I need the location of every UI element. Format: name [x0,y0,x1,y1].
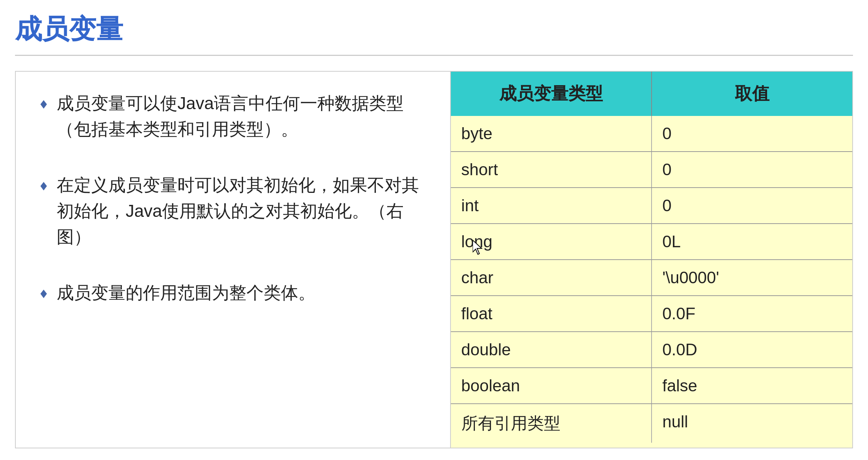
table-row: byte 0 [451,116,852,152]
table-cell-type: double [451,332,652,367]
table-row: double 0.0D [451,332,852,368]
bullet-text-2: 在定义成员变量时可以对其初始化，如果不对其初始化，Java使用默认的之对其初始化… [57,172,428,250]
page-title: 成员变量 [15,11,853,56]
table-header-col2: 取值 [652,72,852,116]
table-cell-type: char [451,260,652,295]
page-container: 成员变量 ⬧ 成员变量可以使Java语言中任何一种数据类型（包括基本类型和引用类… [0,0,868,460]
bullet-text-1: 成员变量可以使Java语言中任何一种数据类型（包括基本类型和引用类型）。 [57,90,428,142]
bullet-item-1: ⬧ 成员变量可以使Java语言中任何一种数据类型（包括基本类型和引用类型）。 [38,90,428,142]
content-area: ⬧ 成员变量可以使Java语言中任何一种数据类型（包括基本类型和引用类型）。 ⬧… [15,71,853,448]
table-cell-type: byte [451,116,652,151]
table-cell-value: 0.0D [652,332,852,367]
table-header: 成员变量类型 取值 [451,72,852,116]
table-cell-value: 0 [652,116,852,151]
table-row: 所有引用类型 null [451,404,852,443]
table-cell-value: '\u0000' [652,260,852,295]
table-row: float 0.0F [451,296,852,332]
left-panel: ⬧ 成员变量可以使Java语言中任何一种数据类型（包括基本类型和引用类型）。 ⬧… [16,72,451,448]
table-cell-type: int [451,188,652,223]
table-row: int 0 [451,188,852,224]
bullet-text-3: 成员变量的作用范围为整个类体。 [57,280,315,306]
table-cell-type: short [451,152,652,187]
bullet-icon-3: ⬧ [38,283,49,301]
table-row: long 0L [451,224,852,260]
bullet-item-2: ⬧ 在定义成员变量时可以对其初始化，如果不对其初始化，Java使用默认的之对其初… [38,172,428,250]
bullet-icon-2: ⬧ [38,175,49,193]
table-body: byte 0 short 0 int 0 long 0L char [451,116,852,448]
table-cell-value: 0.0F [652,296,852,331]
table-cell-value: false [652,368,852,403]
table-cell-type: 所有引用类型 [451,404,652,443]
table-cell-value: 0 [652,152,852,187]
table-row: boolean false [451,368,852,404]
table-cell-value: 0L [652,224,852,259]
table-cell-type: boolean [451,368,652,403]
table-cell-type: float [451,296,652,331]
table-header-col1: 成员变量类型 [451,72,652,116]
right-panel: 成员变量类型 取值 byte 0 short 0 int 0 long [451,72,852,448]
table-row: short 0 [451,152,852,188]
bullet-icon-1: ⬧ [38,93,49,111]
table-cell-type: long [451,224,652,259]
table-cell-value: null [652,404,852,443]
table-cell-value: 0 [652,188,852,223]
bullet-item-3: ⬧ 成员变量的作用范围为整个类体。 [38,280,428,306]
table-row: char '\u0000' [451,260,852,296]
